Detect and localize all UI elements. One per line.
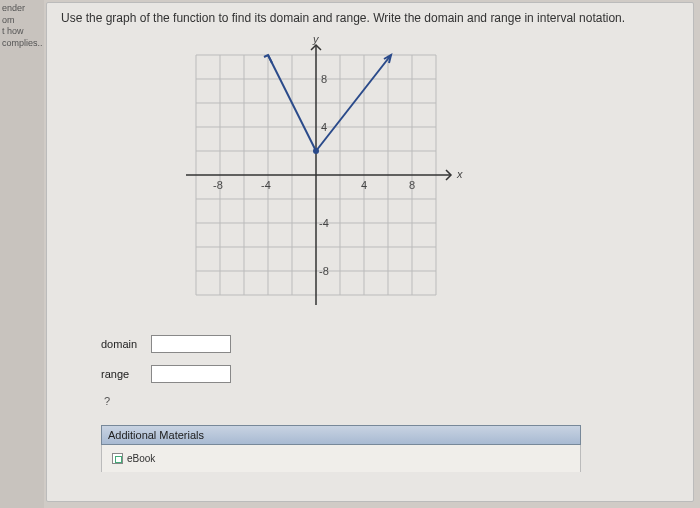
ytick-neg8: -8: [319, 265, 329, 277]
graph-container: -8 -4 4 8 8 4 -4 -8 x y: [151, 35, 481, 315]
ebook-label: eBook: [127, 453, 155, 464]
xtick-8: 8: [409, 179, 415, 191]
xtick-4: 4: [361, 179, 367, 191]
additional-body: eBook: [101, 445, 581, 472]
x-axis-label: x: [456, 168, 463, 180]
ytick-neg4: -4: [319, 217, 329, 229]
question-prompt: Use the graph of the function to find it…: [61, 11, 679, 25]
range-row: range: [101, 365, 679, 383]
additional-header: Additional Materials: [101, 425, 581, 445]
sidebar-text: om: [2, 15, 42, 27]
ytick-8: 8: [321, 73, 327, 85]
domain-label: domain: [101, 338, 151, 350]
ebook-link[interactable]: eBook: [112, 453, 570, 464]
sidebar-text: ender: [2, 3, 42, 15]
y-axis-label: y: [312, 35, 320, 45]
svg-point-24: [313, 148, 319, 154]
additional-materials: Additional Materials eBook: [101, 425, 581, 472]
domain-row: domain: [101, 335, 679, 353]
function-graph: -8 -4 4 8 8 4 -4 -8 x y: [151, 35, 481, 315]
range-input[interactable]: [151, 365, 231, 383]
xtick-neg4: -4: [261, 179, 271, 191]
xtick-neg8: -8: [213, 179, 223, 191]
question-panel: Use the graph of the function to find it…: [46, 2, 694, 502]
sidebar-text: complies...: [2, 38, 42, 50]
ytick-4: 4: [321, 121, 327, 133]
help-icon[interactable]: ?: [104, 395, 679, 407]
left-crop-strip: ender om t how complies...: [0, 0, 44, 508]
sidebar-text: t how: [2, 26, 42, 38]
domain-input[interactable]: [151, 335, 231, 353]
ebook-icon: [112, 453, 123, 464]
answer-inputs: domain range ?: [101, 335, 679, 407]
range-label: range: [101, 368, 151, 380]
